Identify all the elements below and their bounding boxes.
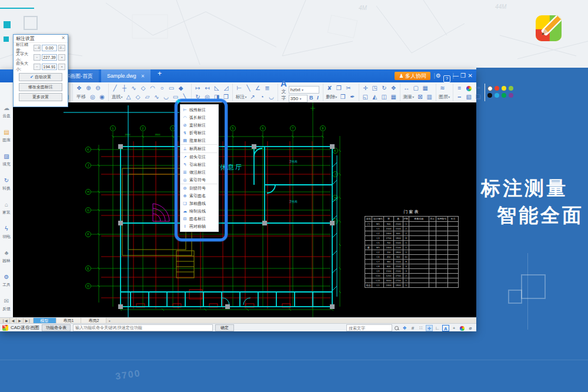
pentagon-icon[interactable]: ◇ (133, 93, 142, 101)
parallelogram-icon[interactable]: ▱ (143, 93, 152, 101)
auto-settings-button[interactable]: ✔ 自动设置 (19, 73, 62, 81)
dim-label[interactable]: 标注▾ (235, 93, 248, 101)
measure-label[interactable]: 测量▾ (402, 93, 415, 101)
color-swatch-4[interactable] (487, 93, 492, 98)
color-swatch-2[interactable] (502, 86, 506, 91)
paste-icon[interactable]: ❒ (339, 93, 348, 101)
menu-item[interactable]: ⊖ 剖切符号 (181, 184, 218, 192)
linewidth-icon[interactable]: ≡ (455, 84, 464, 92)
menu-item[interactable]: ↗ 箭头引注 (181, 153, 218, 161)
color-swatch-5[interactable] (495, 93, 499, 98)
sidebar-item[interactable]: ✉ 反馈 (0, 297, 13, 320)
precision-decrease-button[interactable]: ←.0 (34, 45, 41, 51)
color-wheel-icon[interactable] (459, 325, 466, 331)
arrow-size-minus-button[interactable]: − (34, 64, 41, 70)
pan-label[interactable]: 平移 (75, 93, 88, 101)
sidebar-item[interactable]: ▨ 填充 (0, 152, 13, 175)
eraser-icon[interactable]: ⌀ (467, 325, 474, 331)
collab-button[interactable]: ♟ 多人协同 (395, 72, 430, 80)
zoom-window-icon[interactable]: ◉ (98, 93, 106, 101)
menu-item[interactable]: ❏ 加粗曲线 (181, 200, 218, 207)
xline-icon[interactable]: ┼ (120, 84, 129, 92)
menu-item[interactable]: ◎ 索引符号 (181, 176, 218, 184)
dim-arc-icon[interactable]: ◡ (267, 93, 276, 101)
menu-item[interactable]: ⊢ 线性标注 (181, 106, 218, 114)
polyline-icon[interactable]: ∿ (129, 84, 138, 92)
copy-icon[interactable]: ❐ (335, 84, 343, 92)
ortho-icon[interactable]: ∟ (434, 325, 441, 331)
menu-item[interactable]: ↰ 引出标注 (181, 161, 218, 168)
more-settings-button[interactable]: 更多设置 (19, 93, 62, 101)
line-icon[interactable]: ╱ (111, 84, 119, 92)
spline-icon[interactable]: ∿ (152, 93, 161, 101)
close-button[interactable]: ✕ (468, 69, 473, 82)
trim-icon[interactable]: ↦ (193, 84, 202, 92)
color-swatch-0[interactable] (487, 86, 493, 91)
menu-item[interactable]: ▤ 批量标注 (181, 137, 218, 145)
zoom-out-icon[interactable]: ⊖ (93, 84, 102, 92)
clip-icon[interactable]: ◱ (361, 93, 370, 101)
align-icon[interactable]: ◭ (370, 93, 379, 101)
match-prop-icon[interactable]: ❏ (474, 93, 483, 101)
arc-icon[interactable]: ◠ (148, 84, 157, 92)
properties-icon[interactable]: ❖ (389, 84, 398, 92)
move-icon[interactable]: ✛ (361, 84, 370, 92)
measure-screen-icon[interactable]: ▢ (412, 84, 420, 92)
scale-icon[interactable]: ◳ (370, 84, 379, 92)
crosshair-icon[interactable]: + (450, 325, 457, 331)
circle-icon[interactable]: ○ (158, 84, 166, 92)
dim-angular-icon[interactable]: ∠ (253, 84, 262, 92)
font-select[interactable]: hztxt ▾ (289, 86, 319, 94)
restore-button[interactable]: ❐ (460, 69, 466, 82)
sidebar-item[interactable]: ϟ 弱电 (0, 225, 13, 247)
pen-style-icon[interactable]: ✑ (474, 84, 483, 92)
search-input[interactable] (346, 324, 392, 331)
text-tool-icon[interactable]: A (280, 78, 287, 88)
sidebar-item[interactable]: ⚙ 工具 (0, 273, 13, 295)
cut-icon[interactable]: ✂ (344, 84, 353, 92)
layers-icon[interactable]: ≋ (438, 84, 447, 92)
menu-item[interactable]: ⊕ 索引图名 (181, 192, 218, 200)
chamfer-icon[interactable]: ◺ (212, 84, 221, 92)
color-swatch-7[interactable] (509, 93, 513, 98)
command-list-button[interactable]: 功能命令表 (42, 324, 71, 331)
halfcircle-icon[interactable]: ◡ (162, 93, 171, 101)
menu-item[interactable]: ⊥ 标高标注 (181, 145, 218, 153)
format-brush-icon[interactable]: ✒ (348, 93, 357, 101)
fillet-icon[interactable]: ◿ (222, 84, 230, 92)
dim-leader-icon[interactable]: ↗ (248, 93, 257, 101)
ellipse-icon[interactable]: ◇ (139, 84, 148, 92)
command-input[interactable] (73, 324, 213, 331)
layer-label[interactable]: 图层▾ (438, 93, 451, 101)
menu-item[interactable]: ⊟ 图名标注 (181, 215, 218, 222)
italic-button[interactable]: I (315, 95, 320, 102)
delete-icon[interactable]: ✘ (325, 84, 334, 92)
precision-increase-button[interactable]: .0→ (58, 45, 65, 51)
menu-item[interactable]: ↯ 折弯标注 (181, 129, 218, 137)
zoom-in-icon[interactable]: ⊕ (84, 84, 93, 92)
measure-dist-icon[interactable]: ↔ (402, 84, 411, 92)
delete-label[interactable]: 删除▾ (325, 93, 338, 101)
minimize-button[interactable]: — (453, 69, 459, 82)
text-display-icon[interactable]: A (442, 325, 449, 331)
sidebar-item[interactable]: ↻ 转换 (0, 177, 13, 199)
sidebar-item[interactable]: ♣ 园林 (0, 249, 13, 271)
dim-aligned-icon[interactable]: ╲ (244, 84, 253, 92)
text-size-minus-button[interactable]: − (34, 54, 41, 61)
settings-gear-icon[interactable]: ⚙ (436, 69, 441, 82)
color-wheel-icon[interactable] (465, 84, 473, 92)
sidebar-item[interactable]: ⌂ 家装 (0, 201, 13, 223)
triangle-icon[interactable]: △ (124, 93, 133, 101)
extend-icon[interactable]: ↤ (203, 84, 212, 92)
measure-calc-icon[interactable]: ▦ (421, 84, 430, 92)
arrow-size-plus-button[interactable]: + (58, 64, 65, 70)
menu-item[interactable]: Ⅰ 画对称轴 (181, 222, 218, 230)
osnap-icon[interactable]: ✛ (426, 325, 433, 331)
bold-button[interactable]: B (309, 95, 314, 102)
menu-item[interactable]: ⊘ 直径标注 (181, 121, 218, 129)
menu-item[interactable]: ☰ 做法标注 (181, 168, 218, 176)
menu-item[interactable]: ◠ 弧长标注 (181, 114, 218, 121)
dim-linear-icon[interactable]: ⊢ (235, 84, 243, 92)
dialog-close-icon[interactable]: ✕ (61, 35, 65, 41)
polygon-icon[interactable]: ◆ (176, 84, 185, 92)
